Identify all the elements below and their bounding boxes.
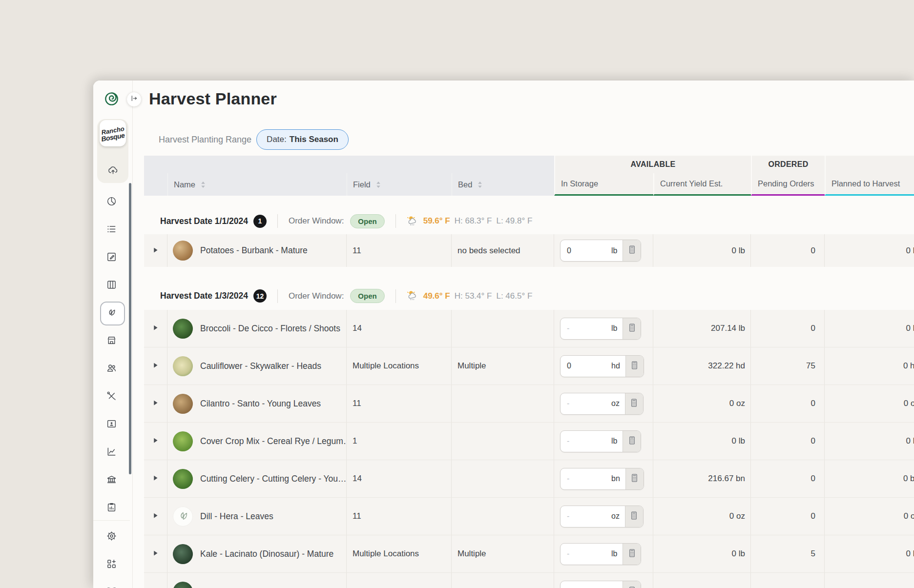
in-storage-input-group: hd: [560, 355, 644, 377]
crop-name: Cilantro - Santo - Young Leaves: [200, 399, 321, 409]
pending-orders-value: 0: [751, 310, 825, 347]
sort-icon[interactable]: [478, 181, 482, 188]
col-header-field[interactable]: Field: [347, 173, 452, 196]
in-storage-input-group: lb: [560, 543, 641, 565]
planned-value: 0 oz: [825, 385, 914, 422]
table-row: Cauliflower - Skywalker - Heads Multiple…: [144, 347, 914, 385]
calculator-button[interactable]: [625, 468, 644, 489]
sidebar-item-gear[interactable]: [93, 522, 130, 550]
sidebar-item-line-chart[interactable]: [93, 438, 130, 466]
col-header-in-storage[interactable]: In Storage: [554, 173, 653, 196]
sidebar-item-bank[interactable]: [93, 466, 130, 493]
calculator-button[interactable]: [625, 506, 643, 527]
current-yield-value: 0 oz: [653, 498, 751, 535]
in-storage-input[interactable]: [561, 240, 611, 261]
crop-thumbnail: [173, 241, 193, 261]
in-storage-input[interactable]: [561, 506, 611, 527]
col-header-bed[interactable]: Bed: [452, 173, 554, 196]
row-expander[interactable]: [144, 347, 167, 385]
expand-arrow-icon: [152, 474, 159, 483]
unit-label: oz: [611, 393, 625, 414]
sidebar-item-map[interactable]: [93, 271, 130, 299]
unit-label: lb: [611, 318, 623, 339]
expand-arrow-icon: [152, 246, 159, 255]
calculator-icon: [629, 398, 639, 410]
row-expander[interactable]: [144, 573, 167, 588]
sidebar-item-upload-cloud[interactable]: [97, 156, 128, 184]
calculator-icon: [627, 323, 637, 335]
row-expander[interactable]: [144, 310, 167, 347]
in-storage-input[interactable]: [561, 544, 611, 565]
sidebar-item-tools[interactable]: [93, 382, 130, 410]
list-icon: [106, 223, 117, 235]
row-expander[interactable]: [144, 234, 167, 267]
sidebar-item-store[interactable]: [93, 326, 130, 354]
field-value: 14: [347, 310, 452, 347]
col-header-pending-orders[interactable]: Pending Orders: [751, 173, 825, 196]
calculator-button[interactable]: [625, 393, 643, 414]
row-expander[interactable]: [144, 385, 167, 422]
table-row: Dill - Hera - Leaves 11 oz 0 oz 0 0 oz: [144, 497, 914, 535]
col-header-name[interactable]: Name: [167, 173, 347, 196]
sidebar-item-edit[interactable]: [93, 243, 130, 271]
sidebar-scrollbar[interactable]: [129, 183, 131, 474]
sidebar-item-users[interactable]: [93, 354, 130, 382]
crop-name: Broccoli - De Cicco - Florets / Shoots: [200, 324, 340, 334]
in-storage-input[interactable]: [561, 356, 611, 377]
sidebar-item-contact-card[interactable]: [93, 410, 130, 438]
expand-arrow-icon: [152, 437, 159, 446]
sidebar-collapse-button[interactable]: [126, 92, 142, 107]
sidebar-item-clipboard-chart[interactable]: [93, 493, 130, 521]
pie-chart-icon: [106, 196, 117, 207]
sidebar-item-leaf[interactable]: [93, 299, 130, 326]
row-expander[interactable]: [144, 423, 167, 460]
calculator-button[interactable]: [623, 581, 641, 588]
calculator-icon: [627, 586, 637, 588]
harvest-count-badge: 1: [253, 215, 267, 228]
table-row: Cover Crop Mix - Cereal Rye / Legum… 1 l…: [144, 422, 914, 460]
contact-card-icon: [106, 418, 117, 429]
sidebar-item-book[interactable]: [93, 578, 130, 588]
calculator-icon: [627, 244, 637, 257]
col-header-planned-to-harvest[interactable]: Planned to Harvest: [825, 173, 914, 196]
high-temp: H: 53.4° F: [455, 291, 492, 301]
field-value: 18: [347, 573, 452, 588]
in-storage-input[interactable]: [561, 393, 611, 414]
sidebar-item-grid-plus[interactable]: [93, 550, 130, 578]
in-storage-input[interactable]: [561, 431, 611, 452]
tools-icon: [106, 390, 117, 402]
sort-icon[interactable]: [376, 181, 381, 188]
harvest-table: AVAILABLE ORDERED Name Field: [144, 156, 914, 588]
field-value: 11: [347, 498, 452, 535]
in-storage-input[interactable]: [561, 581, 611, 588]
store-icon: [106, 335, 117, 346]
pending-orders-value: 0: [751, 385, 825, 422]
workspace-avatar[interactable]: Rancho Bosque: [100, 120, 126, 146]
order-window-label: Order Window:: [289, 291, 344, 301]
row-expander[interactable]: [144, 498, 167, 535]
sort-icon[interactable]: [201, 181, 206, 188]
crop-name: Cover Crop Mix - Cereal Rye / Legum…: [200, 436, 347, 446]
in-storage-input[interactable]: [561, 468, 611, 489]
in-storage-input-group: oz: [560, 506, 644, 527]
calculator-button[interactable]: [623, 431, 641, 452]
in-storage-input[interactable]: [561, 318, 611, 339]
unit-label: lb: [611, 240, 623, 261]
calculator-button[interactable]: [625, 356, 644, 377]
bed-value: [452, 573, 554, 588]
row-expander[interactable]: [144, 460, 167, 497]
calculator-button[interactable]: [623, 544, 641, 565]
expand-arrow-icon: [152, 549, 159, 558]
row-expander[interactable]: [144, 535, 167, 572]
calculator-button[interactable]: [623, 318, 641, 339]
expand-arrow-icon: [152, 512, 159, 521]
sidebar-item-pie-chart[interactable]: [93, 187, 130, 215]
group-available: AVAILABLE: [554, 156, 751, 173]
date-filter-button[interactable]: Date: This Season: [256, 129, 349, 150]
sidebar-item-list[interactable]: [93, 215, 130, 243]
pending-orders-value: 0: [751, 460, 825, 497]
field-value: 11: [347, 385, 452, 422]
crop-thumbnail: [173, 319, 193, 339]
calculator-button[interactable]: [623, 240, 641, 261]
col-header-current-yield[interactable]: Current Yield Est.: [653, 173, 751, 196]
